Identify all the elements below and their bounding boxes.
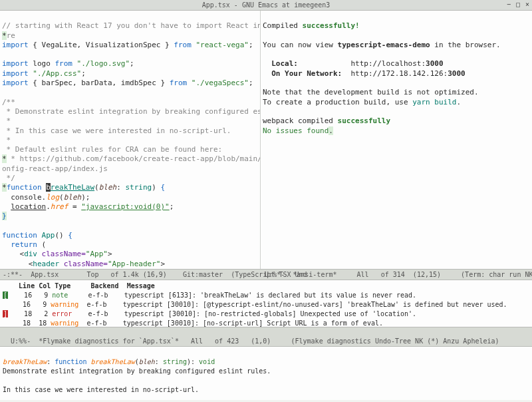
modeline-right: U:%*- *ansi-term* All of 314 (12,15) (Te…	[261, 270, 529, 279]
window-title: App.tsx - GNU Emacs at imeegeen3	[202, 1, 331, 9]
wrap-marker: *	[2, 31, 7, 40]
modeline-diagnostics: U:%%- *Flymake diagnostics for `App.tsx`…	[0, 327, 532, 347]
code-comment: // starting with React 17 you don't have…	[2, 21, 261, 30]
terminal-pane[interactable]: Compiled successfully! You can now view …	[261, 11, 532, 269]
source-code-pane[interactable]: // starting with React 17 you don't have…	[0, 11, 261, 269]
maximize-icon[interactable]: □	[516, 0, 520, 9]
window-titlebar: App.tsx - GNU Emacs at imeegeen3 − □ ×	[0, 0, 532, 11]
diag-row[interactable]: [ 16 9 note e-f-b typescript [6133]: 'br…	[3, 291, 529, 300]
eldoc-pane[interactable]: breakTheLaw: function breakTheLaw(bleh: …	[0, 347, 532, 400]
modeline-top: -:**- App.tsx Top of 1.4k (16,9) Git:mas…	[0, 269, 532, 280]
diag-header: Line Col Type Backend Message	[3, 282, 529, 291]
minimize-icon[interactable]: −	[507, 0, 511, 9]
flymake-diagnostics-list[interactable]: Line Col Type Backend Message [ 16 9 not…	[0, 280, 532, 327]
diag-row[interactable]: 16 9 warning e-f-b typescript [30010]: […	[3, 300, 529, 309]
diag-row[interactable]: ] 18 2 error e-f-b typescript [30010]: […	[3, 309, 529, 319]
close-icon[interactable]: ×	[525, 0, 529, 9]
editor-split: // starting with React 17 you don't have…	[0, 11, 532, 269]
modeline-left: -:**- App.tsx Top of 1.4k (16,9) Git:mas…	[3, 270, 261, 279]
cursor: b	[46, 183, 51, 192]
